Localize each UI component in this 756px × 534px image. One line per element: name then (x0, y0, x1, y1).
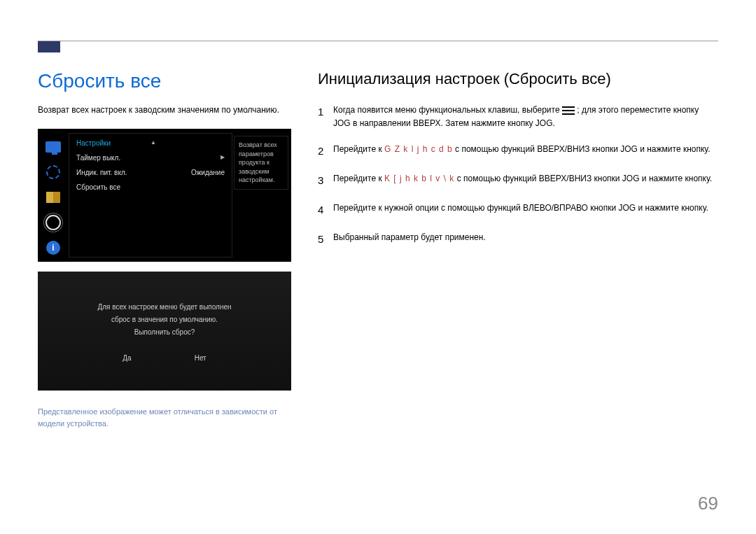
step-body: Перейдите к нужной опции с помощью функц… (333, 202, 718, 218)
confirm-line-3: Выполнить сброс? (97, 326, 231, 339)
no-button[interactable]: Нет (195, 354, 206, 362)
osd-row-value: Ожидание (191, 169, 225, 176)
step-text-pre: Перейдите к (333, 174, 384, 183)
intro-text: Возврат всех настроек к заводским значен… (38, 105, 297, 115)
arrow-up-icon: ▲ (150, 139, 156, 146)
step-number: 5 (318, 231, 333, 248)
step-number: 1 (318, 104, 333, 130)
pip-icon (42, 186, 64, 209)
right-column: Инициализация настроек (Сбросить все) 1 … (318, 70, 718, 260)
step-number: 4 (318, 202, 333, 218)
gear-icon (42, 211, 64, 234)
step-accent: G Z k l j h c d b (384, 144, 453, 154)
monitor-icon (42, 136, 64, 158)
step-text-pre: Перейдите к (333, 144, 384, 154)
osd-tooltip: Возврат всех параметров продукта к завод… (234, 136, 288, 190)
osd-confirm-text: Для всех настроек меню будет выполнен сб… (97, 301, 231, 339)
osd-main-panel: ▲ Настройки Таймер выкл. ▶ Индик. пит. в… (69, 133, 232, 258)
step-body: Выбранный параметр будет применен. (333, 231, 718, 248)
osd-row-reset: Сбросить все (76, 183, 225, 191)
step-body: Когда появится меню функциональных клави… (333, 104, 718, 130)
confirm-line-2: сброс в значения по умолчанию. (97, 314, 231, 326)
step-body: Перейдите к G Z k l j h c d b с помощью … (333, 143, 718, 160)
section-heading: Инициализация настроек (Сбросить все) (318, 70, 718, 88)
osd-row-timer: Таймер выкл. ▶ (76, 154, 225, 162)
step-accent: K [ j h k b l v \ k (384, 174, 454, 183)
step-1: 1 Когда появится меню функциональных кла… (318, 104, 718, 130)
step-5: 5 Выбранный параметр будет применен. (318, 231, 718, 248)
osd-confirm-dialog: Для всех настроек меню будет выполнен сб… (38, 272, 291, 391)
osd-row-label: Сбросить все (76, 183, 120, 191)
osd-row-led: Индик. пит. вкл. Ожидание (76, 169, 225, 176)
osd-confirm-buttons: Да Нет (122, 354, 206, 362)
osd-row-label: Индик. пит. вкл. (76, 169, 127, 176)
header-accent (38, 41, 60, 52)
step-text-pre: Когда появится меню функциональных клави… (333, 105, 562, 115)
steps-list: 1 Когда появится меню функциональных кла… (318, 104, 718, 248)
header-rule (38, 41, 718, 41)
step-4: 4 Перейдите к нужной опции с помощью фун… (318, 202, 718, 218)
step-text-post: с помощью функций ВВЕРХ/ВНИЗ кнопки JOG … (455, 144, 710, 154)
step-body: Перейдите к K [ j h k b l v \ k с помощь… (333, 172, 718, 189)
osd-row-label: Таймер выкл. (76, 154, 120, 162)
step-3: 3 Перейдите к K [ j h k b l v \ k с помо… (318, 172, 718, 189)
step-number: 3 (318, 172, 333, 189)
osd-sidebar: i (39, 134, 67, 262)
osd-settings-preview: i ▲ Настройки Таймер выкл. ▶ Индик. пит.… (38, 129, 291, 262)
image-disclaimer: Представленное изображение может отличат… (38, 406, 297, 429)
info-icon: i (42, 237, 64, 259)
step-number: 2 (318, 143, 333, 160)
brightness-icon (42, 161, 64, 183)
left-column: Сбросить все Возврат всех настроек к зав… (38, 70, 297, 429)
page-title: Сбросить все (38, 70, 297, 92)
step-text-post: с помощью функций ВВЕРХ/ВНИЗ кнопки JOG … (457, 174, 712, 183)
chevron-right-icon: ▶ (220, 154, 225, 162)
step-2: 2 Перейдите к G Z k l j h c d b с помощь… (318, 143, 718, 160)
confirm-line-1: Для всех настроек меню будет выполнен (97, 301, 231, 314)
menu-icon (562, 106, 575, 115)
page-number: 69 (698, 493, 718, 514)
yes-button[interactable]: Да (122, 354, 131, 362)
